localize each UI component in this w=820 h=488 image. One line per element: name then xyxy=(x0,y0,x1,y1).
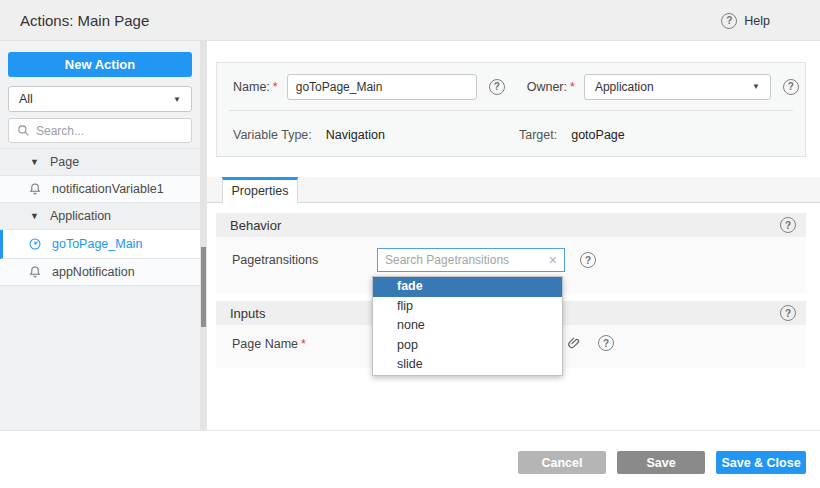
page-name-label: Page Name * xyxy=(232,337,306,351)
variables-tree: ▼ Page notificationVariable1 ▼ Applicati… xyxy=(0,148,200,286)
tab-properties[interactable]: Properties xyxy=(222,177,298,203)
cancel-button[interactable]: Cancel xyxy=(518,451,606,474)
pagetransitions-search[interactable]: × xyxy=(377,248,565,272)
collapse-arrow-icon: ▼ xyxy=(30,211,39,221)
name-help-icon[interactable]: ? xyxy=(489,79,505,95)
notification-icon xyxy=(28,182,42,196)
dropdown-option-pop[interactable]: pop xyxy=(373,336,562,356)
behavior-help-icon[interactable]: ? xyxy=(780,217,796,233)
chevron-down-icon: ▼ xyxy=(752,82,760,91)
required-asterisk: * xyxy=(570,80,575,94)
target-row: Target: gotoPage xyxy=(519,121,625,149)
tree-item-label: goToPage_Main xyxy=(52,237,142,251)
tree-group-application[interactable]: ▼ Application xyxy=(0,203,200,230)
notification-icon xyxy=(28,265,42,279)
page-name-help-icon[interactable]: ? xyxy=(598,335,614,351)
sidebar-scrollbar-thumb[interactable] xyxy=(201,247,206,327)
variable-type-value: Navigation xyxy=(326,128,385,142)
pagetransitions-search-input[interactable] xyxy=(385,253,549,267)
search-icon xyxy=(17,124,30,137)
dropdown-option-flip[interactable]: flip xyxy=(373,297,562,317)
bind-link-icon[interactable] xyxy=(566,334,582,354)
save-and-close-button[interactable]: Save & Close xyxy=(716,451,806,474)
owner-selected-value: Application xyxy=(595,80,654,94)
help-icon: ? xyxy=(721,13,737,29)
pagetransitions-dropdown: fade flip none pop slide xyxy=(372,276,563,376)
sidebar-search-input[interactable] xyxy=(36,124,183,138)
tree-item-gotopage-main[interactable]: goToPage_Main xyxy=(0,230,200,259)
tab-strip: Properties xyxy=(207,177,820,203)
form-divider xyxy=(229,110,793,111)
top-bar: Actions: Main Page ? Help xyxy=(0,0,820,41)
required-asterisk: * xyxy=(301,337,306,351)
tree-item-label: notificationVariable1 xyxy=(52,182,164,196)
page-name-label-text: Page Name xyxy=(232,337,298,351)
sidebar-search[interactable] xyxy=(8,118,192,143)
tree-group-label: Page xyxy=(50,155,79,169)
name-label: Name: xyxy=(233,80,270,94)
tree-group-page[interactable]: ▼ Page xyxy=(0,149,200,176)
name-owner-row: Name: * ? Owner: * Application ▼ ? xyxy=(233,73,799,100)
chevron-down-icon: ▼ xyxy=(173,95,181,104)
target-value: gotoPage xyxy=(571,128,625,142)
target-label: Target: xyxy=(519,128,557,142)
help-button[interactable]: ? Help xyxy=(721,0,770,41)
filter-dropdown[interactable]: All ▼ xyxy=(8,86,192,112)
name-input[interactable] xyxy=(287,74,477,100)
dropdown-option-fade[interactable]: fade xyxy=(373,277,562,297)
variables-sidebar: New Action All ▼ ▼ Page notificationVari… xyxy=(0,41,200,430)
variable-type-label: Variable Type: xyxy=(233,128,312,142)
owner-label: Owner: xyxy=(527,80,567,94)
page-title: Actions: Main Page xyxy=(20,0,149,41)
tree-item-appnotification[interactable]: appNotification xyxy=(0,259,200,286)
inputs-help-icon[interactable]: ? xyxy=(780,305,796,321)
required-asterisk: * xyxy=(273,80,278,94)
sidebar-scrollbar-track[interactable] xyxy=(200,41,207,430)
behavior-title: Behavior xyxy=(230,218,281,233)
action-summary-box: Name: * ? Owner: * Application ▼ ? Varia… xyxy=(216,62,806,157)
help-label: Help xyxy=(744,14,770,28)
save-button[interactable]: Save xyxy=(617,451,705,474)
owner-help-icon[interactable]: ? xyxy=(783,79,799,95)
pagetransitions-help-icon[interactable]: ? xyxy=(580,252,596,268)
tree-item-label: appNotification xyxy=(52,265,135,279)
inputs-title: Inputs xyxy=(230,306,265,321)
footer-bar: Cancel Save Save & Close xyxy=(0,430,820,488)
tree-item-notificationvariable1[interactable]: notificationVariable1 xyxy=(0,176,200,203)
behavior-section-header: Behavior ? xyxy=(216,213,806,237)
dropdown-option-slide[interactable]: slide xyxy=(373,355,562,375)
dropdown-option-none[interactable]: none xyxy=(373,316,562,336)
tree-group-label: Application xyxy=(50,209,111,223)
filter-selected-value: All xyxy=(19,92,33,106)
new-action-button[interactable]: New Action xyxy=(8,52,192,77)
variable-type-row: Variable Type: Navigation xyxy=(233,121,385,149)
owner-dropdown[interactable]: Application ▼ xyxy=(584,74,771,100)
pagetransitions-label: Pagetransitions xyxy=(232,253,318,267)
navigation-icon xyxy=(28,237,42,251)
actions-dialog: Actions: Main Page ? Help New Action All… xyxy=(0,0,820,488)
collapse-arrow-icon: ▼ xyxy=(30,157,39,167)
clear-icon[interactable]: × xyxy=(549,253,557,267)
